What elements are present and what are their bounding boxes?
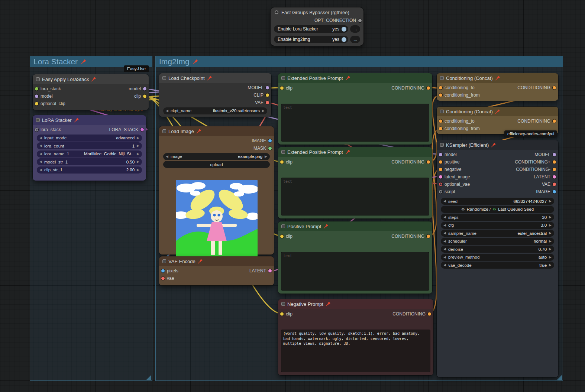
decrement-arrow-icon[interactable]: ◀ [443,247,446,251]
decrement-arrow-icon[interactable]: ◀ [39,160,42,163]
decrement-arrow-icon[interactable]: ◀ [39,144,42,148]
prompt-textarea[interactable]: text [281,104,429,142]
model-input-port[interactable] [439,153,442,156]
widget-lora-name-1[interactable]: ◀ lora_name_1 MoriiMee_Gothic_Niji_St...… [37,150,142,158]
latent-output-port[interactable] [268,269,272,273]
increment-arrow-icon[interactable]: ▶ [137,152,139,156]
conditioning-output-port[interactable] [427,87,430,90]
conditioning-plus-output-port[interactable] [553,161,556,164]
node-header[interactable]: Load Checkpoint [159,73,271,83]
fast-groups-bypasser-node[interactable]: Fast Groups Bypasser (rgthree) OPT_CONNE… [271,7,363,46]
clip-output-port[interactable] [143,95,146,98]
conditioning-to-input-port[interactable] [439,86,442,90]
prompt-textarea[interactable]: text [281,178,429,216]
optional-vae-input-port[interactable] [439,183,442,186]
latent-output-port[interactable] [553,175,556,179]
node-header[interactable]: Easy Apply LoraStack [33,74,149,84]
conditioning-output-port[interactable] [427,235,430,238]
conditioning-from-input-port[interactable] [439,94,442,97]
easy-apply-lorastack-node[interactable]: Easy Apply LoraStack lora_stack model mo… [33,74,149,110]
widget-preview-method[interactable]: ◀ preview_method auto ▶ [441,254,554,261]
node-collapse-icon[interactable] [162,129,166,133]
widget-cfg[interactable]: ◀ cfg 3.0 ▶ [441,222,554,229]
widget-vae-decode[interactable]: ◀ vae_decode true ▶ [441,262,554,269]
positive-input-port[interactable] [439,161,442,164]
node-collapse-icon[interactable] [281,224,285,228]
increment-arrow-icon[interactable]: ▶ [549,240,552,243]
conditioning-output-port[interactable] [427,161,430,164]
widget-scheduler[interactable]: ◀ scheduler normal ▶ [441,238,554,245]
decrement-arrow-icon[interactable]: ◀ [443,216,446,219]
decrement-arrow-icon[interactable]: ◀ [39,152,42,156]
script-input-port[interactable] [439,190,442,194]
clip-input-port[interactable] [280,312,284,316]
collapse-dot-icon[interactable] [275,10,278,14]
widget-model-str-1[interactable]: ◀ model_str_1 0.50 ▶ [37,158,142,165]
load-image-node[interactable]: Load Image IMAGE MASK ◀ image example.pn… [159,126,274,255]
decrement-arrow-icon[interactable]: ◀ [443,263,446,267]
vae-input-port[interactable] [161,277,165,280]
image-output-port[interactable] [553,190,556,194]
increment-arrow-icon[interactable]: ▶ [549,231,552,235]
node-header[interactable]: Conditioning (Concat) [437,73,558,83]
latent-image-input-port[interactable] [439,175,442,179]
widget-lora-count[interactable]: ◀ lora_count 1 ▶ [37,142,142,149]
node-collapse-icon[interactable] [36,118,40,122]
increment-arrow-icon[interactable]: ▶ [137,144,139,148]
widget-input-mode[interactable]: ◀ input_mode advanced ▶ [37,135,142,142]
node-header[interactable]: Extended Positive Prompt [278,73,432,83]
model-input-port[interactable] [35,95,38,98]
node-collapse-icon[interactable] [36,77,40,81]
vae-output-port[interactable] [553,183,556,186]
toggle-enable-lora-stacker[interactable]: Enable Lora Stacker yes [274,25,348,33]
lora-stack-input-port[interactable] [35,87,38,91]
jump-to-group-button[interactable]: → [350,25,360,33]
increment-arrow-icon[interactable]: ▶ [137,168,139,172]
node-header[interactable]: VAE Encode [159,256,274,266]
jump-to-group-button[interactable]: → [350,36,360,43]
lora-stack-input-port[interactable] [35,128,38,132]
node-collapse-icon[interactable] [281,302,285,306]
increment-arrow-icon[interactable]: ▶ [549,216,552,219]
conditioning-output-port[interactable] [553,86,556,90]
decrement-arrow-icon[interactable]: ◀ [443,240,446,243]
node-header[interactable]: Fast Groups Bypasser (rgthree) [271,7,363,17]
node-header[interactable]: Load Image [159,126,274,136]
negative-input-port[interactable] [439,168,442,171]
extended-positive-prompt-node-2[interactable]: Extended Positive Prompt clip CONDITIONI… [278,147,432,218]
clip-output-port[interactable] [266,94,269,97]
node-collapse-icon[interactable] [162,259,166,263]
conditioning-to-input-port[interactable] [439,120,442,123]
node-collapse-icon[interactable] [281,76,285,80]
widget-steps[interactable]: ◀ steps 30 ▶ [441,214,554,221]
increment-arrow-icon[interactable]: ▶ [137,160,139,163]
increment-arrow-icon[interactable]: ▶ [549,200,552,203]
negative-prompt-node[interactable]: Negative Prompt clip CONDITIONING (worst… [278,299,433,375]
toggle-knob-icon[interactable] [342,37,346,42]
increment-arrow-icon[interactable]: ▶ [549,263,552,267]
conditioning-output-port[interactable] [553,120,556,123]
image-preview[interactable] [176,180,258,262]
increment-arrow-icon[interactable]: ▶ [549,224,552,227]
clip-input-port[interactable] [280,235,284,238]
decrement-arrow-icon[interactable]: ◀ [166,109,168,113]
widget-seed[interactable]: ◀ seed 66333744240227 ▶ [441,198,554,205]
seed-randomize-button[interactable]: ♻ Randomize / ♻ Last Queued Seed [441,206,554,213]
node-graph-canvas[interactable]: { "bypasser": { "title": "Fast Groups By… [0,0,585,392]
conditioning-concat-node-1[interactable]: Conditioning (Concat) conditioning_to CO… [437,73,558,101]
lora-stacker-node[interactable]: LoRA Stacker lora_stack LORA_STACK ◀ inp… [33,115,146,181]
increment-arrow-icon[interactable]: ▶ [549,256,552,259]
toggle-enable-img2img[interactable]: Enable Img2Img yes [274,36,348,43]
upload-button[interactable]: upload [163,161,270,168]
mask-output-port[interactable] [268,147,272,150]
extended-positive-prompt-node-1[interactable]: Extended Positive Prompt clip CONDITIONI… [278,73,432,145]
node-header[interactable]: Positive Prompt [278,221,432,231]
opt-connection-output-port[interactable] [358,19,362,22]
increment-arrow-icon[interactable]: ▶ [265,155,267,158]
decrement-arrow-icon[interactable]: ◀ [39,136,42,140]
decrement-arrow-icon[interactable]: ◀ [443,200,446,203]
ksampler-efficient-node[interactable]: KSampler (Efficient) model MODEL positiv… [437,140,558,377]
model-output-port[interactable] [143,87,146,91]
decrement-arrow-icon[interactable]: ◀ [443,224,446,227]
toggle-knob-icon[interactable] [342,27,346,32]
